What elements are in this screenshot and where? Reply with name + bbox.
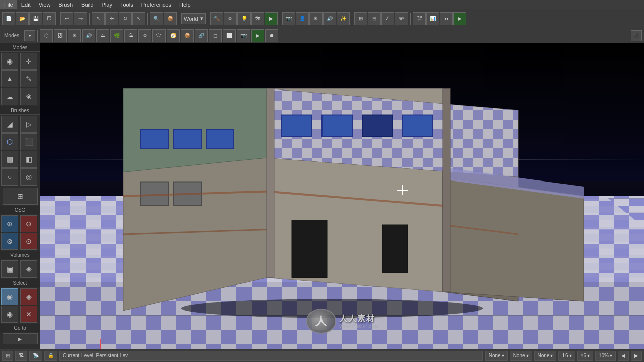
maximize-btn[interactable]: ⬛ xyxy=(631,30,642,41)
menu-file[interactable]: File xyxy=(0,0,17,9)
status-icon3[interactable]: 📡 xyxy=(29,351,42,361)
rotate-button[interactable]: ↻ xyxy=(119,12,132,25)
build-geo-button[interactable]: ⚙ xyxy=(224,12,237,25)
mode-volume[interactable]: ◻ xyxy=(209,29,222,42)
status-icon2[interactable]: 🏗 xyxy=(15,351,27,361)
camera-btn[interactable]: 📷 xyxy=(282,12,295,25)
run-btn[interactable]: ▶ xyxy=(453,12,466,25)
mode-record[interactable]: ⏺ xyxy=(265,29,278,42)
matinee-btn[interactable]: 🎬 xyxy=(413,12,426,25)
volume-btn1[interactable]: ▣ xyxy=(1,260,18,278)
mode-btn-paint[interactable]: ✎ xyxy=(20,70,37,87)
sound-btn[interactable]: 🔊 xyxy=(323,12,336,25)
brush-wedge[interactable]: ▷ xyxy=(20,116,37,133)
mode-geometry[interactable]: ⬡ xyxy=(40,29,53,42)
select-deselect[interactable]: ✕ xyxy=(20,306,37,323)
mode-btn-terrain[interactable]: ▲ xyxy=(1,70,18,87)
actor-btn[interactable]: 👤 xyxy=(296,12,309,25)
particle-btn[interactable]: ✨ xyxy=(337,12,350,25)
menu-build[interactable]: Build xyxy=(77,0,97,9)
mode-portal[interactable]: ⬜ xyxy=(223,29,236,42)
viewport[interactable]: Z X Y 人 人人素材 WWW.IT-SC-04.COM xyxy=(40,43,644,349)
field3-dropdown[interactable]: None▾ xyxy=(534,351,557,361)
brush-sheet[interactable]: ⬛ xyxy=(20,133,37,150)
grid-icon-btn[interactable]: ⊞ xyxy=(2,351,13,361)
select-brush[interactable]: ◈ xyxy=(20,288,37,305)
mode-nav[interactable]: 🧭 xyxy=(167,29,180,42)
menu-help[interactable]: Help xyxy=(175,0,195,9)
menu-play[interactable]: Play xyxy=(98,0,116,9)
mode-physics[interactable]: ⚙ xyxy=(138,29,151,42)
redo-button[interactable]: ↪ xyxy=(74,12,87,25)
mode-btn-move[interactable]: ✛ xyxy=(20,53,37,70)
svg-rect-35 xyxy=(443,88,450,292)
angle-btn[interactable]: ∠ xyxy=(381,12,394,25)
play-button[interactable]: ▶ xyxy=(265,12,278,25)
brush-sphere[interactable]: ○ xyxy=(1,168,18,186)
new-button[interactable]: 📄 xyxy=(2,12,15,25)
csg-subtract[interactable]: ⊖ xyxy=(20,215,37,232)
build-paths-button[interactable]: 🗺 xyxy=(251,12,264,25)
content-button[interactable]: 📦 xyxy=(164,12,177,25)
mode-btn-select[interactable]: ◉ xyxy=(1,53,18,70)
mode-cover[interactable]: 🛡 xyxy=(152,29,166,42)
snap-btn[interactable]: ⊞ xyxy=(354,12,367,25)
csg-deintersect[interactable]: ⊙ xyxy=(20,233,37,250)
field1-dropdown[interactable]: None▾ xyxy=(485,351,508,361)
status-icon4[interactable]: 🔒 xyxy=(44,351,57,361)
brush-volume[interactable]: ◧ xyxy=(20,151,37,168)
mode-camera[interactable]: 📷 xyxy=(237,29,250,42)
svg-text:Z: Z xyxy=(98,348,102,349)
menu-preferences[interactable]: Preferences xyxy=(137,0,175,9)
back-btn[interactable]: ⏮ xyxy=(440,12,453,25)
mode-snap[interactable]: 🔗 xyxy=(195,29,208,42)
menu-brush[interactable]: Brush xyxy=(54,0,77,9)
save-button[interactable]: 💾 xyxy=(29,12,42,25)
select-btn3[interactable]: ◉ xyxy=(1,306,18,323)
csg-add[interactable]: ⊕ xyxy=(1,215,18,232)
light-btn[interactable]: ☀ xyxy=(309,12,323,25)
mode-prefab[interactable]: 📦 xyxy=(181,29,194,42)
mode-terrain[interactable]: ⛰ xyxy=(96,29,109,42)
grid2-dropdown[interactable]: ×6▾ xyxy=(577,351,593,361)
build-light-button[interactable]: 💡 xyxy=(237,12,251,25)
nav-next[interactable]: ▶ xyxy=(631,351,642,361)
grid-btn[interactable]: ⊟ xyxy=(368,12,381,25)
select-surface[interactable]: ◉ xyxy=(1,288,18,305)
mode-sound[interactable]: 🔊 xyxy=(82,29,95,42)
build-all-button[interactable]: 🔨 xyxy=(210,12,223,25)
brush-box[interactable]: ◢ xyxy=(1,116,18,133)
modes-dropdown[interactable]: ▾ xyxy=(24,30,35,41)
mode-foliage[interactable]: 🌿 xyxy=(110,29,123,42)
view-btn[interactable]: 👁 xyxy=(395,12,408,25)
brush-map[interactable]: ⊞ xyxy=(3,188,38,205)
field2-dropdown[interactable]: None▾ xyxy=(510,351,532,361)
open-button[interactable]: 📂 xyxy=(16,12,29,25)
nav-prev[interactable]: ◀ xyxy=(618,351,629,361)
mode-light[interactable]: ☀ xyxy=(68,29,81,42)
saveas-button[interactable]: 🖫 xyxy=(43,12,56,25)
search-button[interactable]: 🔍 xyxy=(150,12,163,25)
menu-tools[interactable]: Tools xyxy=(116,0,137,9)
undo-button[interactable]: ↩ xyxy=(60,12,73,25)
goto-btn[interactable]: ▸ xyxy=(3,333,38,344)
mode-btn-foliage[interactable]: ❀ xyxy=(20,88,37,105)
volume-btn2[interactable]: ◈ xyxy=(20,260,37,278)
brush-cylinder[interactable]: ⬡ xyxy=(1,133,18,150)
menu-view[interactable]: View xyxy=(35,0,55,9)
csg-intersect[interactable]: ⊗ xyxy=(1,233,18,250)
world-dropdown[interactable]: World ▾ xyxy=(181,13,206,24)
scale-button[interactable]: ⤡ xyxy=(132,12,145,25)
mode-btn-fog[interactable]: ☁ xyxy=(1,88,18,105)
mode-sky[interactable]: 🌤 xyxy=(124,29,137,42)
zoom-dropdown[interactable]: 10%▾ xyxy=(595,351,616,361)
brush-dome[interactable]: ◎ xyxy=(20,168,37,186)
mode-play[interactable]: ▶ xyxy=(251,29,264,42)
move-button[interactable]: ✛ xyxy=(105,12,118,25)
kismet-btn[interactable]: 📊 xyxy=(426,12,439,25)
brush-terrain[interactable]: ▤ xyxy=(1,151,18,168)
select-button[interactable]: ↖ xyxy=(92,12,105,25)
menu-edit[interactable]: Edit xyxy=(17,0,35,9)
mode-texture[interactable]: 🖼 xyxy=(54,29,67,42)
grid1-dropdown[interactable]: 16▾ xyxy=(558,351,575,361)
